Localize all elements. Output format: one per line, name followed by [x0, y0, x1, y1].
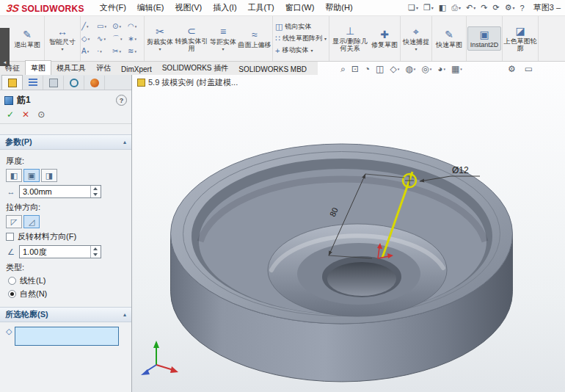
hide-show-items-icon[interactable]: ◎▾ — [421, 64, 431, 74]
polygon-tool-icon[interactable]: ◇▾ — [81, 35, 97, 43]
caret-down-icon: ▾ — [87, 22, 89, 31]
flip-material-row[interactable]: 反转材料方向(F) — [6, 231, 125, 242]
rapid-sketch-button[interactable]: ✎ 快速草图 — [433, 27, 465, 51]
featuremanager-tab[interactable] — [23, 76, 43, 90]
shaded-sketch-contours-button[interactable]: ◪ 上色草图轮廓 — [503, 23, 537, 54]
thickness-param-icon: ↔ — [6, 187, 16, 196]
centerpoint-tool-icon[interactable]: ·▾ — [97, 47, 112, 56]
caret-down-icon: ▾ — [414, 67, 416, 71]
type-linear-radio[interactable] — [8, 277, 16, 285]
mirror-entities-button[interactable]: ◫ 镜向实体 — [274, 22, 328, 32]
center-hole[interactable] — [327, 262, 396, 296]
linear-sketch-pattern-button[interactable]: ∷ 线性草图阵列 ▾ — [274, 34, 328, 43]
menu-tools[interactable]: 工具(T) — [243, 0, 280, 15]
tab-evaluate[interactable]: 评估 — [91, 61, 116, 75]
point-tool-icon[interactable]: ∗▾ — [128, 35, 143, 43]
smart-dimension-button[interactable]: ↔ 智能尺寸 ▾ — [45, 24, 79, 53]
draft-spinner[interactable] — [90, 246, 101, 258]
previous-view-icon[interactable]: ◔ — [365, 64, 370, 74]
graphics-viewport[interactable]: 80 Ø12 — [132, 62, 565, 392]
menu-help[interactable]: 帮助(H) — [320, 0, 357, 15]
fillet-tool-icon[interactable]: ≋▾ — [128, 47, 143, 56]
menu-edit[interactable]: 编辑(E) — [132, 0, 170, 15]
direction-parallel-button[interactable]: ◸ — [6, 215, 22, 228]
caret-down-icon: ▾ — [513, 5, 515, 10]
panel-collapse-strip[interactable]: ◂ — [0, 28, 10, 66]
trim-entities-button[interactable]: ✂ 剪裁实体 ▾ — [145, 24, 175, 53]
type-natural-radio[interactable] — [8, 290, 16, 298]
text-tool-icon[interactable]: A▾ — [81, 47, 97, 56]
parameters-section-header[interactable]: 参数(P) ▴ — [0, 134, 131, 150]
quick-snaps-button[interactable]: ⌖ 快速捕捉 ▾ — [401, 24, 431, 53]
surface-offset-button[interactable]: ≈ 曲面上偏移 — [238, 27, 271, 51]
rectangle-tool-icon[interactable]: ▭▾ — [97, 22, 112, 31]
help-icon[interactable]: ? — [520, 4, 525, 12]
draft-value: 1.00度 — [20, 246, 90, 258]
tab-dimxpert[interactable]: DimXpert — [116, 63, 157, 75]
exit-sketch-button[interactable]: ✎ 退出草图 — [11, 27, 43, 51]
new-document-glyph: ❏ — [408, 3, 415, 12]
ok-button[interactable]: ✓ — [7, 110, 14, 120]
cancel-button[interactable]: ✕ — [22, 110, 29, 120]
dimension-diameter-text[interactable]: Ø12 — [452, 165, 469, 175]
apply-scene-icon[interactable]: ▦▾ — [451, 64, 462, 74]
model-canvas[interactable]: 80 Ø12 — [132, 62, 565, 392]
propertymanager-tab[interactable] — [1, 75, 23, 90]
section-view-icon[interactable]: ◫ — [376, 64, 384, 74]
display-delete-relations-button[interactable]: ⊥ 显示/删除几何关系 — [330, 23, 370, 54]
tab-sketch[interactable]: 草图 — [25, 60, 51, 75]
undo-icon[interactable]: ↶▾ — [466, 3, 475, 12]
thickness-second-side-button[interactable]: ◨ — [41, 169, 57, 182]
redo-icon[interactable]: ↷ — [481, 3, 487, 12]
print-icon[interactable]: ⎙▾ — [451, 3, 461, 12]
trim-small-tool-icon[interactable]: ✂▾ — [112, 47, 128, 56]
instant2d-button[interactable]: ▣ Instant2D — [467, 26, 501, 51]
thickness-spinner[interactable] — [90, 186, 101, 197]
part-model[interactable] — [171, 144, 513, 382]
options-gear-icon[interactable]: ⚙▾ — [505, 3, 515, 12]
zoom-area-icon[interactable]: ⊡ — [351, 64, 359, 74]
draft-input[interactable]: 1.00度 — [19, 245, 101, 258]
panel-help-icon[interactable]: ? — [116, 95, 127, 106]
menu-insert[interactable]: 插入(I) — [208, 0, 241, 15]
thickness-first-side-button[interactable]: ◧ — [6, 169, 22, 182]
new-document-icon[interactable]: ❏▾ — [408, 3, 418, 12]
flip-material-checkbox[interactable] — [6, 233, 14, 241]
menu-file[interactable]: 文件(F) — [95, 0, 131, 15]
spline-tool-icon[interactable]: ∿▾ — [97, 35, 112, 43]
open-document-icon[interactable]: ❐▾ — [423, 3, 434, 12]
selected-contours-box[interactable] — [15, 327, 119, 346]
menu-window[interactable]: 窗口(W) — [280, 0, 320, 15]
menu-view[interactable]: 视图(V) — [170, 0, 208, 15]
repair-sketch-button[interactable]: ✚ 修复草图 — [370, 27, 399, 51]
displaymanager-tab[interactable] — [84, 76, 105, 90]
tab-solidworks-mbd[interactable]: SOLIDWORKS MBD — [233, 63, 312, 75]
line-tool-icon[interactable]: ╱▾ — [81, 22, 97, 31]
offset-entities-button[interactable]: ≡ 等距实体 ▾ — [208, 24, 238, 53]
selected-contours-section-header[interactable]: 所选轮廓(S) ▴ — [0, 307, 131, 322]
zoom-fit-icon[interactable]: ⌕ — [340, 64, 346, 74]
view-orientation-icon[interactable]: ◇▾ — [390, 64, 399, 74]
thickness-input[interactable]: 3.00mm — [19, 185, 101, 198]
type-linear-option[interactable]: 线性(L) — [8, 275, 125, 286]
direction-normal-button[interactable]: ◿ — [23, 215, 40, 228]
thickness-both-sides-button[interactable]: ▣ — [23, 169, 40, 182]
edit-appearance-icon[interactable]: ◕▾ — [437, 64, 445, 74]
move-entities-button[interactable]: + 移动实体 ▾ — [274, 46, 328, 55]
arc-tool-icon[interactable]: ◠▾ — [128, 22, 143, 31]
view-settings-icon[interactable]: ⚙ — [508, 64, 516, 74]
tab-mold-tools[interactable]: 模具工具 — [51, 61, 91, 75]
fullscreen-icon[interactable]: ▭ — [525, 64, 533, 74]
configurationmanager-tab[interactable] — [43, 76, 64, 90]
thickness-value: 3.00mm — [20, 186, 90, 197]
rebuild-icon[interactable]: ⟳ — [492, 3, 499, 12]
circle-tool-icon[interactable]: ⊙▾ — [112, 22, 128, 31]
dimxpertmanager-tab[interactable] — [64, 76, 84, 90]
save-icon[interactable]: ◧ — [439, 3, 446, 12]
display-style-icon[interactable]: ◍▾ — [405, 64, 415, 74]
ellipse-tool-icon[interactable]: ⌒▾ — [112, 35, 128, 43]
tab-solidworks-addins[interactable]: SOLIDWORKS 插件 — [157, 61, 234, 75]
detailed-preview-icon[interactable]: ⊙ — [37, 110, 45, 120]
convert-entities-button[interactable]: ⊂ 转换实体引用 — [175, 23, 208, 54]
type-natural-option[interactable]: 自然(N) — [8, 288, 125, 300]
